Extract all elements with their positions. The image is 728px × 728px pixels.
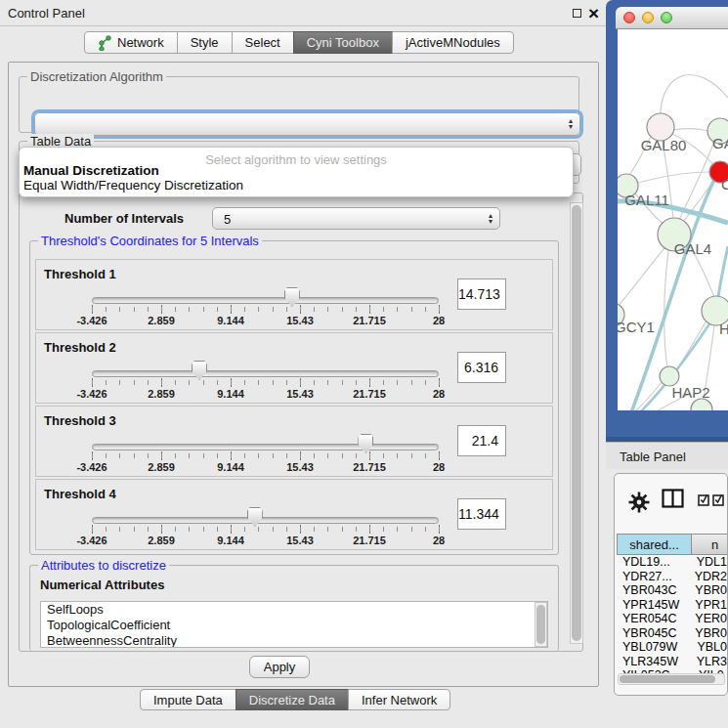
table-row[interactable]: YBR043CYBR0 (615, 583, 727, 598)
table-row[interactable]: YDL19...YDL1 (615, 555, 727, 570)
threshold-3-block: Threshold 3 -3.426 2.859 9.144 15.43 21.… (35, 406, 553, 477)
apply-button[interactable]: Apply (249, 656, 310, 678)
threshold-3-slider-track[interactable] (92, 444, 439, 450)
edge-teal (718, 246, 728, 298)
num-intervals-combobox[interactable]: 5 ▴▾ (212, 207, 500, 230)
tab-style[interactable]: Style (177, 31, 233, 54)
table-panel-bar: Table Panel (606, 442, 728, 469)
tab-cyni-toolbox[interactable]: Cyni Toolbox (293, 31, 393, 54)
node-label: HAP2 (671, 384, 709, 401)
close-icon[interactable]: × (588, 1, 599, 25)
network-window-titlebar[interactable] (616, 7, 728, 29)
top-tab-bar: Network Style Select Cyni Toolbox jActiv… (84, 31, 514, 54)
table-row[interactable]: YLR345WYLR3 (615, 655, 727, 669)
minimize-traffic-light[interactable] (642, 12, 654, 23)
slider-ticks (92, 527, 441, 532)
threshold-3-label: Threshold 3 (44, 413, 116, 428)
thresholds-group: Threshold's Coordinates for 5 Intervals … (29, 240, 559, 555)
algorithm-dropdown-popup: Select algorithm to view settings Manual… (19, 147, 574, 197)
app-root: Control Panel × Network Style Select Cyn… (0, 0, 728, 728)
tab-jactivemnodules[interactable]: jActiveMNodules (392, 31, 514, 54)
threshold-1-slider-thumb[interactable] (284, 287, 300, 307)
algorithm-group-title: Discretization Algorithm (27, 69, 166, 84)
threshold-4-slider-thumb[interactable] (247, 507, 263, 527)
num-intervals-label: Number of Intervals (64, 211, 184, 226)
table-toolbar (615, 474, 727, 534)
table-row[interactable]: YBR045CYBR0 (615, 626, 727, 641)
list-item[interactable]: SelfLoops (41, 602, 547, 618)
tab-network-label: Network (117, 35, 164, 50)
tab-discretize-data[interactable]: Discretize Data (236, 689, 349, 710)
table-row[interactable]: YER054CYER0 (615, 612, 727, 626)
control-panel: Control Panel × Network Style Select Cyn… (0, 0, 606, 728)
thresholds-title: Threshold's Coordinates for 5 Intervals (38, 234, 262, 248)
slider-ticks (92, 380, 441, 385)
node-label: GCY1 (618, 319, 655, 335)
attributes-list: SelfLoops TopologicalCoefficient Between… (40, 601, 548, 648)
threshold-4-block: Threshold 4 -3.426 2.859 9.144 15.43 21.… (35, 479, 553, 550)
network-canvas[interactable]: GAL80 GA C GAL11 GAL4 GCY1 H HAP2 (618, 29, 728, 410)
dropdown-prompt: Select algorithm to view settings (20, 148, 573, 163)
threshold-4-slider-track[interactable] (92, 517, 439, 524)
network-icon (98, 35, 112, 51)
node-label: H (719, 321, 728, 337)
numerical-attributes-header: Numerical Attributes (40, 578, 164, 592)
node-label: GAL4 (674, 240, 711, 257)
node-hap2[interactable] (660, 366, 679, 386)
table-row[interactable]: YDR27...YDR2 (615, 570, 727, 584)
table-browser-window: shared... n YDL19...YDL1 YDR27...YDR2 YB… (614, 473, 728, 696)
list-item[interactable]: BetweennessCentrality (41, 633, 547, 648)
column-header-name[interactable]: n (691, 534, 728, 555)
slider-ticks (92, 307, 441, 312)
algorithm-combobox[interactable]: ▴▾ (34, 112, 580, 136)
gear-icon[interactable] (628, 492, 650, 513)
tab-network[interactable]: Network (84, 31, 178, 54)
network-graph: GAL80 GA C GAL11 GAL4 GCY1 H HAP2 (618, 29, 728, 410)
threshold-1-slider-track[interactable] (92, 297, 439, 304)
threshold-3-slider-thumb[interactable] (358, 434, 373, 453)
split-view-icon[interactable] (662, 489, 684, 508)
list-item[interactable]: TopologicalCoefficient (41, 618, 547, 633)
threshold-2-slider-thumb[interactable] (192, 361, 207, 380)
node-label: GAL80 (641, 137, 687, 153)
table-panel-title: Table Panel (620, 450, 686, 464)
checkbox-icon[interactable] (712, 493, 725, 506)
tab-infer-network[interactable]: Infer Network (348, 689, 450, 710)
zoom-traffic-light[interactable] (661, 12, 672, 23)
dropdown-item-equal-width[interactable]: Equal Width/Frequency Discretization (20, 178, 573, 193)
close-traffic-light[interactable] (623, 12, 635, 23)
table-row[interactable]: YBL079WYBL0 (615, 640, 727, 655)
combo-arrows-icon: ▴▾ (569, 118, 573, 130)
threshold-4-label: Threshold 4 (44, 487, 116, 501)
table-horizontal-scrollbar[interactable] (618, 673, 725, 685)
threshold-4-value-field[interactable]: 11.344 (457, 498, 506, 530)
slider-scale: -3.426 2.859 9.144 15.43 21.715 28 (92, 461, 439, 473)
checkbox-icon[interactable] (698, 493, 710, 506)
tab-select[interactable]: Select (232, 31, 294, 54)
slider-ticks (92, 453, 441, 458)
edge (618, 248, 664, 307)
panel-titlebar: Control Panel × (0, 0, 606, 26)
threshold-3-value-field[interactable]: 21.4 (457, 425, 506, 456)
table-header-row: shared... n (615, 534, 727, 555)
column-header-shared[interactable]: shared... (617, 534, 692, 555)
threshold-2-slider-track[interactable] (92, 370, 439, 377)
slider-scale: -3.426 2.859 9.144 15.43 21.715 28 (92, 388, 439, 400)
float-icon[interactable] (573, 9, 581, 18)
network-window: GAL80 GA C GAL11 GAL4 GCY1 H HAP2 (606, 0, 728, 442)
list-scrollbar[interactable] (535, 602, 547, 647)
node-label: GAL11 (624, 192, 669, 208)
edge (673, 128, 708, 131)
node-label: GA (712, 135, 728, 151)
threshold-1-value-field[interactable]: 14.713 (457, 278, 506, 310)
interval-scrollbar[interactable] (570, 202, 583, 644)
right-side: GAL80 GA C GAL11 GAL4 GCY1 H HAP2 Table … (606, 0, 728, 728)
threshold-2-label: Threshold 2 (44, 340, 116, 355)
panel-title: Control Panel (8, 6, 85, 21)
interval-definition-group: Interval Definition Number of Intervals … (19, 193, 583, 652)
combo-arrows-icon: ▴▾ (489, 213, 492, 225)
bottom-tab-bar: Impute Data Discretize Data Infer Networ… (140, 689, 450, 710)
tab-impute-data[interactable]: Impute Data (140, 689, 236, 710)
table-row[interactable]: YPR145WYPR1 (615, 598, 727, 613)
threshold-2-value-field[interactable]: 6.316 (457, 352, 506, 383)
